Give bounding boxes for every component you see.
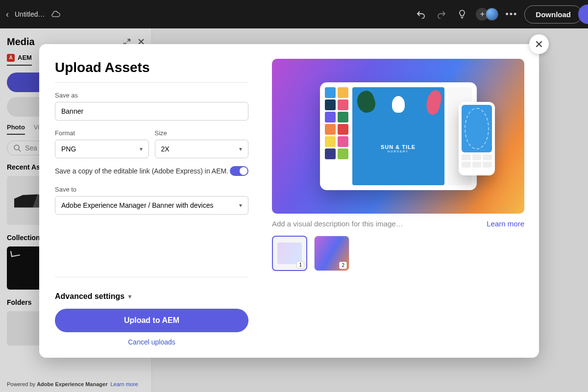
- size-select[interactable]: 2X ▾: [155, 140, 249, 158]
- size-label: Size: [155, 129, 249, 137]
- chevron-down-icon: ▾: [140, 146, 143, 152]
- tablet-mockup: SUN & TILE NURSERY: [320, 82, 477, 190]
- download-button[interactable]: Download: [524, 5, 582, 24]
- advanced-settings-toggle[interactable]: Advanced settings ▾: [55, 292, 248, 301]
- format-select[interactable]: PNG ▾: [55, 140, 149, 158]
- user-avatar[interactable]: [486, 8, 498, 21]
- save-to-select[interactable]: Adobe Experience Manager / Banner with d…: [55, 196, 248, 215]
- toggle-label: Save a copy of the editable link (Adobe …: [55, 167, 228, 175]
- close-modal-button[interactable]: [529, 34, 549, 54]
- thumb-badge: 2: [339, 262, 347, 269]
- chevron-down-icon: ▾: [239, 146, 242, 152]
- redo-icon[interactable]: [435, 7, 448, 21]
- preview-thumb-1[interactable]: 1: [272, 236, 307, 271]
- close-icon: [535, 40, 543, 48]
- format-value: PNG: [61, 145, 76, 153]
- chevron-down-icon: ▾: [239, 202, 242, 209]
- advanced-label: Advanced settings: [55, 292, 124, 301]
- top-bar: ‹ Untitled… + ••• Download: [0, 0, 588, 28]
- more-icon[interactable]: •••: [505, 9, 517, 20]
- save-to-label: Save to: [55, 186, 248, 193]
- format-label: Format: [55, 129, 149, 137]
- undo-icon[interactable]: [414, 7, 428, 21]
- cloud-icon[interactable]: [50, 10, 60, 18]
- divider: [55, 82, 248, 83]
- divider: [55, 277, 248, 277]
- preview-thumb-2[interactable]: 2: [314, 236, 349, 271]
- poster-title: SUN & TILE: [381, 144, 416, 150]
- save-as-label: Save as: [55, 92, 248, 99]
- document-title[interactable]: Untitled…: [15, 10, 45, 18]
- poster-subtitle: NURSERY: [388, 150, 409, 153]
- asset-preview: SUN & TILE NURSERY: [272, 59, 524, 214]
- size-value: 2X: [161, 145, 170, 153]
- upload-button[interactable]: Upload to AEM: [55, 309, 248, 332]
- lightbulb-icon[interactable]: [455, 7, 469, 21]
- modal-title: Upload Assets: [55, 60, 248, 75]
- save-to-value: Adobe Experience Manager / Banner with d…: [61, 201, 214, 209]
- save-copy-toggle[interactable]: [230, 166, 248, 176]
- cancel-uploads-link[interactable]: Cancel uploads: [55, 338, 248, 346]
- chevron-down-icon: ▾: [128, 293, 131, 300]
- save-as-input[interactable]: [55, 102, 248, 121]
- thumb-badge: 1: [296, 261, 304, 269]
- avatar-group[interactable]: +: [476, 8, 498, 21]
- phone-mockup: [459, 102, 495, 175]
- description-placeholder[interactable]: Add a visual description for this image…: [272, 220, 403, 228]
- learn-more-link[interactable]: Learn more: [487, 220, 524, 228]
- back-icon[interactable]: ‹: [6, 9, 9, 20]
- upload-assets-modal: Upload Assets Save as Format PNG ▾ Size …: [39, 44, 539, 358]
